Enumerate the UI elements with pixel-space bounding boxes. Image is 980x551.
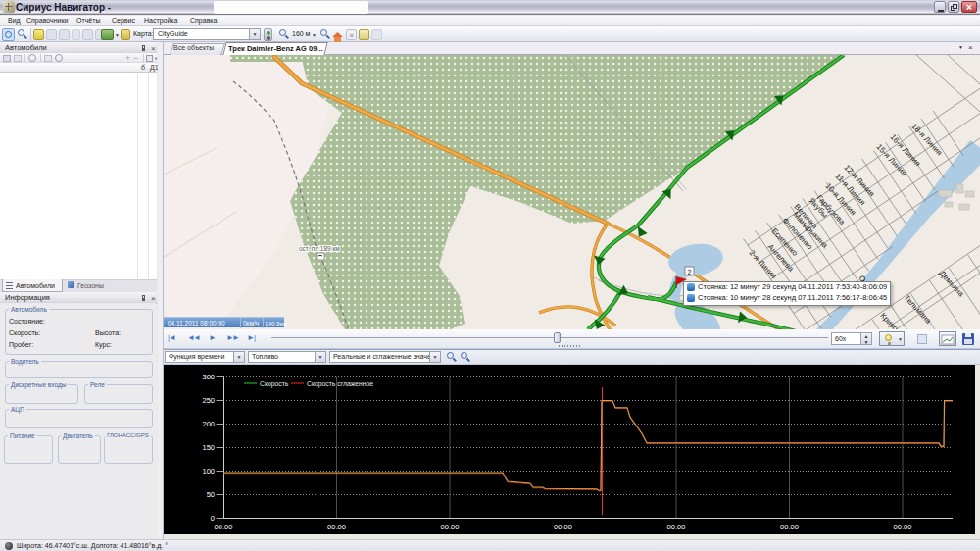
svg-text:00:00: 00:00 — [667, 523, 686, 531]
svg-text:00:00: 00:00 — [554, 523, 572, 531]
svg-text:Скорость сглаженное: Скорость сглаженное — [307, 380, 373, 388]
svg-text:00:00: 00:00 — [215, 523, 233, 531]
svg-text:00:00: 00:00 — [441, 523, 460, 531]
svg-text:50: 50 — [207, 490, 215, 499]
svg-text:00:00: 00:00 — [327, 523, 346, 531]
svg-text:Скорость: Скорость — [260, 380, 289, 388]
svg-text:0: 0 — [211, 514, 215, 523]
svg-text:ост. пл.189 км: ост. пл.189 км — [299, 245, 340, 252]
svg-text:300: 300 — [202, 373, 215, 381]
svg-text:00:00: 00:00 — [894, 523, 912, 531]
svg-text:100: 100 — [202, 467, 215, 476]
svg-text:00:00: 00:00 — [780, 523, 799, 531]
svg-text:150: 150 — [202, 443, 215, 452]
svg-text:200: 200 — [202, 420, 215, 428]
svg-text:250: 250 — [202, 396, 215, 405]
svg-text:2: 2 — [688, 269, 692, 276]
